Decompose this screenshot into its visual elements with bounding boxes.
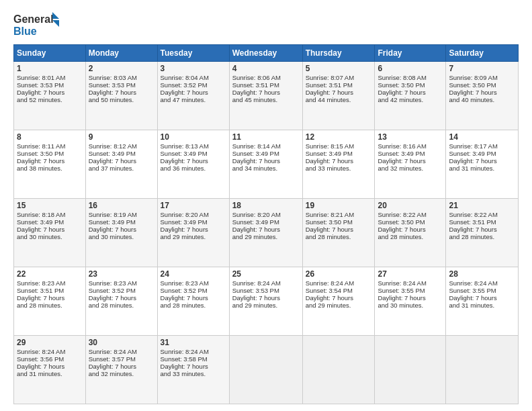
- logo: GeneralBlue: [13, 11, 60, 38]
- day-info-line: and 31 minutes.: [17, 370, 83, 377]
- calendar-cell: 1Sunrise: 8:01 AMSunset: 3:53 PMDaylight…: [14, 62, 86, 130]
- day-info-line: Daylight: 7 hours: [449, 226, 515, 233]
- day-number: 13: [378, 132, 443, 142]
- day-info-line: and 30 minutes.: [89, 233, 154, 240]
- day-info-line: Sunset: 3:52 PM: [89, 287, 154, 294]
- day-info-line: Sunrise: 8:23 AM: [161, 279, 226, 287]
- day-number: 1: [17, 64, 83, 73]
- day-info-line: and 32 minutes.: [378, 165, 443, 172]
- day-info-line: Daylight: 7 hours: [378, 294, 443, 302]
- day-info-line: Sunset: 3:52 PM: [161, 81, 226, 89]
- day-info-line: Daylight: 7 hours: [232, 157, 300, 165]
- calendar-week-2: 8Sunrise: 8:11 AMSunset: 3:50 PMDaylight…: [14, 130, 519, 199]
- day-info-line: Sunset: 3:49 PM: [232, 150, 300, 157]
- day-info-line: Daylight: 7 hours: [306, 294, 372, 302]
- day-info-line: and 40 minutes.: [449, 96, 515, 103]
- calendar-cell: 5Sunrise: 8:07 AMSunset: 3:51 PMDaylight…: [302, 62, 375, 130]
- day-info-line: Sunrise: 8:11 AM: [17, 142, 83, 150]
- day-number: 31: [161, 338, 226, 347]
- calendar-cell: 15Sunrise: 8:18 AMSunset: 3:49 PMDayligh…: [14, 199, 86, 267]
- day-info-line: Sunset: 3:49 PM: [161, 150, 226, 157]
- day-number: 11: [232, 132, 300, 142]
- day-info-line: and 31 minutes.: [449, 165, 515, 172]
- day-info-line: Sunrise: 8:24 AM: [89, 348, 154, 355]
- calendar-body: 1Sunrise: 8:01 AMSunset: 3:53 PMDaylight…: [14, 62, 519, 404]
- calendar-header: SundayMondayTuesdayWednesdayThursdayFrid…: [14, 45, 519, 62]
- day-info-line: Sunset: 3:51 PM: [232, 81, 300, 89]
- day-info-line: Sunrise: 8:16 AM: [378, 142, 443, 150]
- calendar-cell: 25Sunrise: 8:24 AMSunset: 3:53 PMDayligh…: [229, 267, 302, 336]
- calendar-cell: 27Sunrise: 8:24 AMSunset: 3:55 PMDayligh…: [375, 267, 446, 336]
- day-info-line: Sunset: 3:56 PM: [17, 355, 83, 363]
- day-info-line: Sunrise: 8:20 AM: [232, 211, 300, 218]
- day-number: 21: [449, 201, 515, 210]
- day-info-line: and 45 minutes.: [232, 96, 300, 103]
- day-info-line: Sunrise: 8:09 AM: [449, 74, 515, 81]
- day-info-line: Sunset: 3:50 PM: [378, 218, 443, 226]
- day-info-line: Daylight: 7 hours: [449, 294, 515, 302]
- day-number: 15: [17, 201, 83, 210]
- day-info-line: Daylight: 7 hours: [89, 363, 154, 370]
- day-number: 30: [89, 338, 154, 347]
- day-info-line: Daylight: 7 hours: [232, 89, 300, 96]
- day-info-line: Sunrise: 8:01 AM: [17, 74, 83, 81]
- day-info-line: and 28 minutes.: [306, 233, 372, 240]
- calendar-cell: 29Sunrise: 8:24 AMSunset: 3:56 PMDayligh…: [14, 336, 86, 404]
- day-info-line: Daylight: 7 hours: [89, 89, 154, 96]
- day-info-line: Sunset: 3:54 PM: [306, 287, 372, 294]
- day-info-line: Sunset: 3:50 PM: [17, 150, 83, 157]
- day-info-line: Sunset: 3:49 PM: [232, 218, 300, 226]
- day-info-line: Daylight: 7 hours: [17, 294, 83, 302]
- calendar-cell: 14Sunrise: 8:17 AMSunset: 3:49 PMDayligh…: [446, 130, 519, 199]
- calendar-cell: 12Sunrise: 8:15 AMSunset: 3:49 PMDayligh…: [302, 130, 375, 199]
- day-info-line: Sunrise: 8:24 AM: [306, 279, 372, 287]
- day-number: 20: [378, 201, 443, 210]
- day-info-line: Sunset: 3:58 PM: [161, 355, 226, 363]
- day-info-line: and 37 minutes.: [89, 165, 154, 172]
- day-info-line: Daylight: 7 hours: [449, 157, 515, 165]
- day-info-line: Daylight: 7 hours: [161, 157, 226, 165]
- day-info-line: Daylight: 7 hours: [378, 226, 443, 233]
- day-info-line: and 28 minutes.: [17, 302, 83, 309]
- calendar-week-1: 1Sunrise: 8:01 AMSunset: 3:53 PMDaylight…: [14, 62, 519, 130]
- calendar-cell: 11Sunrise: 8:14 AMSunset: 3:49 PMDayligh…: [229, 130, 302, 199]
- calendar-cell: 8Sunrise: 8:11 AMSunset: 3:50 PMDaylight…: [14, 130, 86, 199]
- calendar-cell: 21Sunrise: 8:22 AMSunset: 3:51 PMDayligh…: [446, 199, 519, 267]
- day-info-line: Sunrise: 8:20 AM: [161, 211, 226, 218]
- day-info-line: and 28 minutes.: [449, 233, 515, 240]
- day-info-line: Sunset: 3:50 PM: [449, 81, 515, 89]
- day-info-line: and 42 minutes.: [378, 96, 443, 103]
- calendar-cell: 28Sunrise: 8:24 AMSunset: 3:55 PMDayligh…: [446, 267, 519, 336]
- day-info-line: Sunrise: 8:21 AM: [306, 211, 372, 218]
- day-info-line: Daylight: 7 hours: [306, 157, 372, 165]
- day-number: 14: [449, 132, 515, 142]
- day-info-line: Daylight: 7 hours: [306, 226, 372, 233]
- calendar-cell: 10Sunrise: 8:13 AMSunset: 3:49 PMDayligh…: [157, 130, 229, 199]
- calendar-table: SundayMondayTuesdayWednesdayThursdayFrid…: [13, 44, 519, 404]
- day-info-line: Sunrise: 8:24 AM: [449, 279, 515, 287]
- header-row: SundayMondayTuesdayWednesdayThursdayFrid…: [14, 45, 519, 62]
- day-number: 10: [161, 132, 226, 142]
- day-info-line: and 52 minutes.: [17, 96, 83, 103]
- day-number: 29: [17, 338, 83, 347]
- calendar-cell: [446, 336, 519, 404]
- day-info-line: and 28 minutes.: [89, 302, 154, 309]
- day-info-line: and 29 minutes.: [306, 302, 372, 309]
- day-info-line: Sunset: 3:53 PM: [232, 287, 300, 294]
- day-info-line: Sunrise: 8:24 AM: [17, 348, 83, 355]
- calendar-cell: 24Sunrise: 8:23 AMSunset: 3:52 PMDayligh…: [157, 267, 229, 336]
- svg-text:Blue: Blue: [13, 26, 37, 37]
- day-info-line: Sunrise: 8:24 AM: [161, 348, 226, 355]
- day-number: 6: [378, 64, 443, 73]
- day-info-line: Daylight: 7 hours: [232, 294, 300, 302]
- day-info-line: Sunrise: 8:22 AM: [449, 211, 515, 218]
- calendar-cell: 26Sunrise: 8:24 AMSunset: 3:54 PMDayligh…: [302, 267, 375, 336]
- day-info-line: and 30 minutes.: [17, 233, 83, 240]
- day-number: 9: [89, 132, 154, 142]
- day-info-line: Sunrise: 8:23 AM: [89, 279, 154, 287]
- day-info-line: and 29 minutes.: [232, 302, 300, 309]
- day-info-line: and 36 minutes.: [161, 165, 226, 172]
- day-info-line: Sunset: 3:50 PM: [306, 218, 372, 226]
- calendar-cell: 2Sunrise: 8:03 AMSunset: 3:53 PMDaylight…: [85, 62, 157, 130]
- day-info-line: and 28 minutes.: [378, 233, 443, 240]
